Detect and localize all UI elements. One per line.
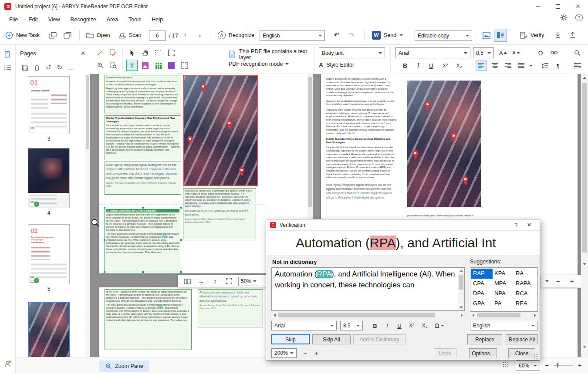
scroll-down-icon[interactable] [581,260,588,267]
text-direction-button[interactable]: ¶ [552,61,564,71]
delete-page-icon[interactable] [34,64,40,71]
paragraph-settings-button[interactable] [571,61,584,71]
menu-edit[interactable]: Edit [24,14,43,25]
analyze-areas-icon[interactable] [95,47,106,58]
alignment-dropdown-icon[interactable] [528,61,534,71]
area-handle[interactable] [142,271,144,273]
text-editor-vscrollbar[interactable] [458,268,464,310]
verify-button[interactable]: Verify [520,29,544,41]
send-dropdown-icon[interactable] [399,34,403,36]
zoom-in-button[interactable]: + [575,361,585,370]
ocr-picture-area[interactable] [183,75,258,186]
page-number-input[interactable]: 6 [149,30,166,41]
dialog-close-button[interactable]: ✕ [523,222,536,228]
skip-button[interactable]: Skip [271,334,310,344]
undo-button[interactable]: ↶ [331,29,342,40]
menu-view[interactable]: View [44,14,65,25]
notification-icon[interactable] [4,360,12,368]
pages-pane-tab[interactable] [4,51,11,58]
menu-recognize[interactable]: Recognize [66,14,101,25]
scroll-right-icon[interactable] [459,312,465,318]
settings-gear-icon[interactable] [560,14,568,21]
suggestion-item[interactable]: RCA [514,289,535,299]
page-thumbnail-5[interactable]: 02 Tech Savvy Customers Are Driving Digi… [27,224,71,292]
select-cursor-icon[interactable] [126,47,138,58]
close-button[interactable]: ✕ [568,0,588,13]
quick-export-button[interactable] [49,29,57,41]
minimize-button[interactable] [528,0,548,13]
menu-area[interactable]: Area [102,14,123,25]
font-size-select[interactable]: 8,5 [473,47,494,58]
scroll-left-icon[interactable] [271,312,277,318]
zoom-out-button[interactable]: − [542,361,551,370]
suggestion-item[interactable]: CPA [471,279,493,289]
dialog-zoom-out-button[interactable]: − [300,348,311,358]
scroll-up-icon[interactable] [458,268,464,274]
suggestion-item-selected[interactable]: RAP [471,269,493,279]
dialog-language-select[interactable]: English [470,321,538,330]
superscript-button[interactable]: X² [439,61,451,71]
skip-all-button[interactable]: Skip All [312,334,351,344]
next-page-button[interactable]: ↓ [194,29,206,40]
send-to-word-button[interactable]: W Send [372,29,403,41]
zoom-pane-button[interactable]: Zoom Pane [99,361,149,372]
hyperlink-button[interactable] [548,47,560,58]
compare-documents-button[interactable] [64,29,72,41]
text-area-tool-icon[interactable]: T [126,60,138,71]
suggestion-item[interactable]: RA [514,269,535,279]
previous-page-button[interactable]: ↑ [179,29,191,40]
menu-help[interactable]: Help [147,14,168,25]
increase-font-size-button[interactable]: A [497,47,509,58]
preview-vertical-scrollbar[interactable] [581,74,588,357]
help-icon[interactable]: ? [575,14,583,21]
grid-view-icon[interactable] [503,361,510,368]
menu-file[interactable]: File [4,14,23,25]
suggestion-item[interactable]: R [535,299,538,309]
zoom-page-tool-icon[interactable] [108,60,119,71]
verification-dialog-titlebar[interactable]: Verification ? ✕ [266,219,540,231]
line-spacing-button[interactable] [538,61,551,71]
align-left-button[interactable] [476,61,487,71]
dialog-superscript-button[interactable]: X² [406,321,417,330]
menu-tools[interactable]: Tools [124,14,146,25]
recognize-button[interactable]: A Recognize [218,29,254,41]
dialog-symbol-button[interactable]: Ω [433,321,446,330]
import-profile-button[interactable] [552,29,564,40]
suggestions-list[interactable]: RAP CPA DPA GPA KPA MPA NPA PA RA RAPA R… [470,267,538,312]
picture-area-tool-icon[interactable] [139,60,151,71]
decrease-font-size-button[interactable]: A [510,47,522,58]
reanalyze-page-icon[interactable] [108,47,119,58]
paragraph-style-select[interactable]: Body text [319,47,385,58]
page-layout-icon[interactable] [182,276,192,286]
rotate-left-icon[interactable]: ↺ [46,64,51,71]
area-handle[interactable] [103,206,106,209]
fit-height-icon[interactable]: ↕ [210,276,220,286]
suggestion-item[interactable]: DPA [471,289,493,299]
dialog-zoom-select[interactable]: 200% [271,348,297,358]
replace-button[interactable]: Replace [467,334,502,344]
scroll-left-icon[interactable] [470,312,476,318]
suggestion-item[interactable]: PA [493,299,514,309]
ocr-text-area[interactable]: to the next. Regardless of the details, … [105,289,192,350]
ocr-quote-area[interactable]: Robotic process automation tools can eli… [198,289,263,327]
subscript-button[interactable]: X₂ [453,61,465,71]
align-right-button[interactable] [503,61,514,71]
ocr-quote-area[interactable]: Bold, tightly integrated digital strateg… [105,162,181,195]
dialog-italic-button[interactable]: I [382,321,392,330]
font-family-select[interactable]: Arial [395,47,470,58]
ocr-language-select[interactable]: English [260,30,325,41]
add-to-dictionary-button[interactable]: Add to Dictionary [353,334,406,344]
recognized-text-editor[interactable]: Automation (RPA), and Artificial Intelli… [271,267,465,311]
fit-width-icon[interactable]: ↔ [196,276,206,286]
fit-selection-icon[interactable] [166,47,177,58]
bold-button[interactable]: B [400,61,410,71]
suggestion-item[interactable]: NPA [493,289,514,299]
more-options-icon[interactable]: … [68,64,74,71]
ocr-text-area[interactable]: Digital Transformation Requires New Thin… [105,115,181,160]
dialog-help-button[interactable]: ? [510,222,523,228]
redo-button[interactable]: ↷ [346,29,357,40]
page-thumbnail-3[interactable]: 01 Executive Overview 3 [27,76,71,142]
align-center-button[interactable] [490,61,501,71]
dialog-bold-button[interactable]: B [370,321,380,330]
list-pane-tab[interactable] [4,65,11,71]
